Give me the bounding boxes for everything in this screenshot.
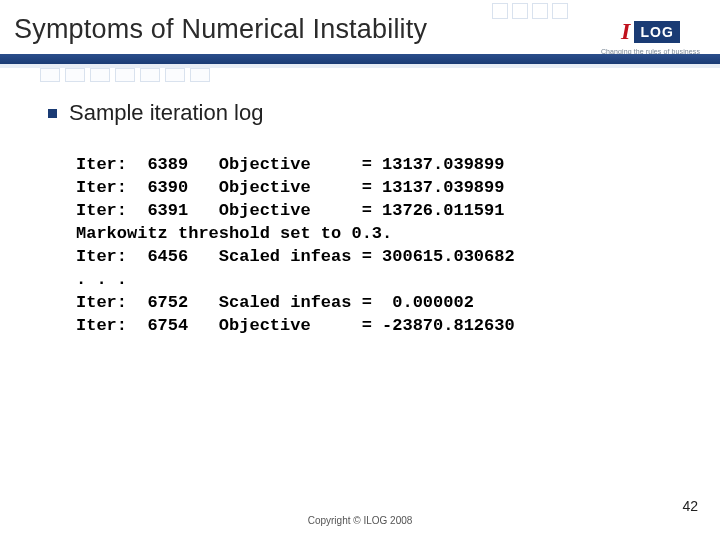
page-number: 42 xyxy=(682,498,698,514)
deco-square xyxy=(65,68,85,82)
logo-i: I xyxy=(621,18,630,45)
log-line: Iter: 6390 Objective = 13137.039899 xyxy=(76,178,504,197)
deco-square xyxy=(140,68,160,82)
deco-square xyxy=(492,3,508,19)
log-line: Iter: 6754 Objective = -23870.812630 xyxy=(76,316,515,335)
log-line: . . . xyxy=(76,270,127,289)
bullet-row: Sample iteration log xyxy=(48,100,690,126)
deco-square xyxy=(90,68,110,82)
log-line: Iter: 6391 Objective = 13726.011591 xyxy=(76,201,504,220)
log-line: Markowitz threshold set to 0.3. xyxy=(76,224,392,243)
sub-decoration xyxy=(40,68,215,82)
deco-square xyxy=(190,68,210,82)
logo: I LOG Changing the rules of business xyxy=(601,18,700,55)
deco-square xyxy=(40,68,60,82)
logo-text: LOG xyxy=(634,21,679,43)
square-bullet-icon xyxy=(48,109,57,118)
deco-square xyxy=(512,3,528,19)
deco-square xyxy=(115,68,135,82)
log-line: Iter: 6389 Objective = 13137.039899 xyxy=(76,155,504,174)
deco-square xyxy=(552,3,568,19)
title-bar xyxy=(0,54,720,64)
slide-title: Symptoms of Numerical Instability xyxy=(14,14,427,45)
deco-square xyxy=(165,68,185,82)
iteration-log: Iter: 6389 Objective = 13137.039899 Iter… xyxy=(76,154,690,338)
log-line: Iter: 6752 Scaled infeas = 0.000002 xyxy=(76,293,474,312)
copyright-footer: Copyright © ILOG 2008 xyxy=(0,515,720,526)
content-area: Sample iteration log Iter: 6389 Objectiv… xyxy=(48,100,690,338)
deco-square xyxy=(532,3,548,19)
log-line: Iter: 6456 Scaled infeas = 300615.030682 xyxy=(76,247,515,266)
bullet-text: Sample iteration log xyxy=(69,100,263,126)
